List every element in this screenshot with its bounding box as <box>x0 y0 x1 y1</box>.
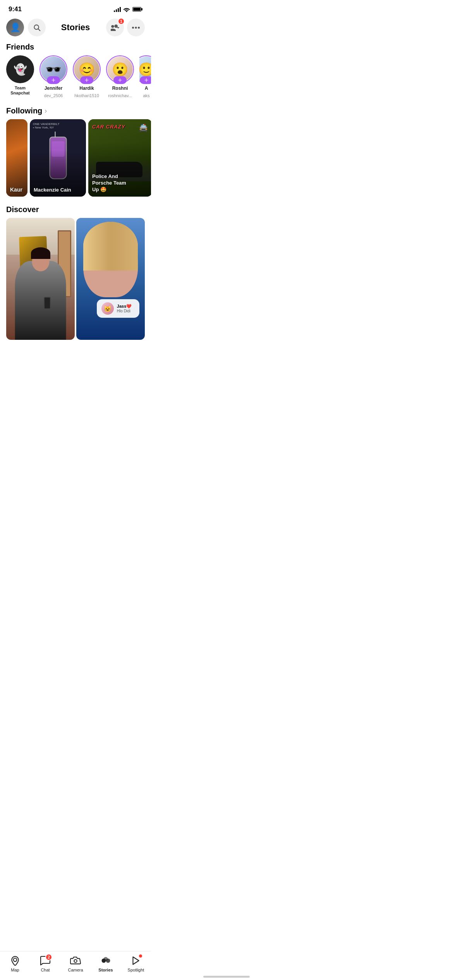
friend-item-aks[interactable]: 🙂 A aks <box>139 55 151 98</box>
discover-card-1[interactable] <box>6 218 75 340</box>
friend-username-hardik: hkothari1510 <box>74 93 99 98</box>
add-friend-icon <box>111 24 119 31</box>
friends-scroll: 👻 ↻ TeamSnapchat 🕶️ Jennifer dev_2506 <box>0 55 151 104</box>
discover-overlay-card: 😺 Jass❤️ Hlo Didi <box>97 299 139 318</box>
friend-item-team-snapchat[interactable]: 👻 ↻ TeamSnapchat <box>6 55 34 98</box>
following-section-title: Following <box>6 106 42 115</box>
search-icon <box>33 24 41 31</box>
following-card-kaur[interactable]: Kaur <box>6 119 27 197</box>
more-icon <box>132 27 140 29</box>
friend-avatar-roshni: 😮 <box>106 55 134 83</box>
discover-grid: 😺 Jass❤️ Hlo Didi <box>0 218 151 346</box>
friend-avatar-team-snapchat: 👻 ↻ <box>6 55 34 83</box>
friend-name-roshni: Roshni <box>112 86 128 91</box>
svg-point-6 <box>132 27 134 29</box>
friend-username-aks: aks <box>143 93 149 98</box>
overlay-name: Jass❤️ <box>117 304 132 309</box>
svg-rect-2 <box>133 8 141 11</box>
add-friend-overlay-hardik <box>80 76 93 84</box>
header-right: 1 <box>106 19 145 36</box>
following-card-police[interactable]: 🚔 CAR CRAZY Police AndPorsche TeamUp 🤩 <box>88 119 151 197</box>
friend-avatar-aks: 🙂 <box>139 55 151 83</box>
friend-name-aks: A <box>145 86 148 91</box>
add-friend-overlay-roshni <box>113 76 127 84</box>
friend-avatar-jennifer: 🕶️ <box>39 55 67 83</box>
svg-rect-3 <box>141 8 142 10</box>
status-bar: 9:41 <box>0 0 151 16</box>
more-options-button[interactable] <box>127 19 145 36</box>
friend-item-roshni[interactable]: 😮 Roshni roshnichav... <box>106 55 134 98</box>
following-header: Following › <box>0 104 151 119</box>
header-left: 👤 <box>6 19 46 36</box>
wifi-icon <box>123 7 130 12</box>
notification-badge: 1 <box>118 18 125 25</box>
signal-icon <box>114 7 121 12</box>
svg-line-5 <box>38 29 40 31</box>
following-arrow-icon[interactable]: › <box>45 107 47 115</box>
search-button[interactable] <box>28 19 46 36</box>
following-card-label-mackenzie: Mackenzie Cain <box>34 187 71 193</box>
following-card-label-police: Police AndPorsche TeamUp 🤩 <box>92 173 126 193</box>
friends-section-title: Friends <box>0 40 151 55</box>
friend-item-hardik[interactable]: 😊 Hardik hkothari1510 <box>73 55 101 98</box>
friend-avatar-hardik: 😊 <box>73 55 101 83</box>
following-card-mackenzie[interactable]: ONE VANDERBILT• New York, NY Mackenzie C… <box>30 119 86 197</box>
friend-name-jennifer: Jennifer <box>45 86 63 91</box>
friend-item-jennifer[interactable]: 🕶️ Jennifer dev_2506 <box>39 55 67 98</box>
overlay-msg: Hlo Didi <box>117 309 132 313</box>
add-friend-button[interactable]: 1 <box>106 19 124 36</box>
svg-point-8 <box>138 27 140 29</box>
following-card-label-kaur: Kaur <box>10 187 22 193</box>
discover-card-2[interactable]: 😺 Jass❤️ Hlo Didi <box>76 218 145 340</box>
friend-username-jennifer: dev_2506 <box>44 93 63 98</box>
svg-point-7 <box>135 27 137 29</box>
friend-name-team-snapchat: TeamSnapchat <box>10 86 30 96</box>
battery-icon <box>132 7 142 12</box>
add-friend-overlay-aks <box>140 76 151 84</box>
add-friend-overlay-jennifer <box>47 76 60 84</box>
friend-username-roshni: roshnichav... <box>108 93 132 98</box>
following-scroll: Kaur ONE VANDERBILT• New York, NY Macken… <box>0 119 151 203</box>
friend-name-hardik: Hardik <box>79 86 94 91</box>
page-title: Stories <box>61 22 90 33</box>
status-icons <box>114 7 142 12</box>
overlay-avatar: 😺 <box>101 302 114 315</box>
user-avatar[interactable]: 👤 <box>6 19 24 36</box>
discover-section-title: Discover <box>0 203 151 218</box>
header: 👤 Stories 1 <box>0 16 151 40</box>
replay-icon: ↻ <box>16 63 25 76</box>
status-time: 9:41 <box>9 5 22 13</box>
